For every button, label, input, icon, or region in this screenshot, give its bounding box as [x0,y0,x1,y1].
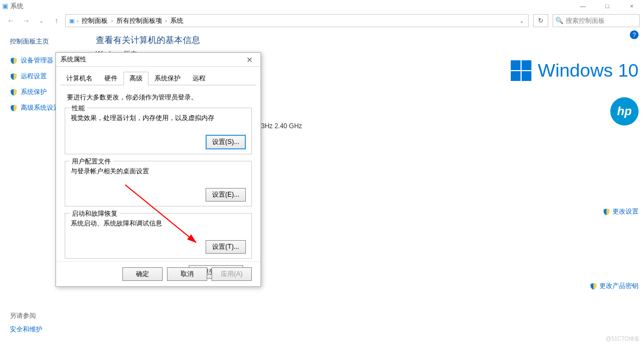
breadcrumb-item[interactable]: 所有控制面板项 [114,16,164,26]
minimize-button[interactable]: — [571,0,595,12]
sidebar-item-label: 远程设置 [21,72,47,81]
forward-button[interactable]: → [20,14,33,27]
dialog-bottom-row: 确定 取消 应用(A) [56,261,261,286]
bottom-left-links: 另请参阅 安全和维护 [10,311,42,334]
instruction-text: 要进行大多数更改，你必须作为管理员登录。 [67,93,252,102]
shield-icon [10,104,17,112]
chevron-right-icon: › [111,18,113,24]
right-panel: Windows 10 hp 更改设置 更改产品密钥 [511,60,639,291]
nav-bar: ← → ⌄ ↑ ▣ › 控制面板 › 所有控制面板项 › 系统 ⌄ ↻ 🔍 搜索… [0,12,644,29]
windows10-text: Windows 10 [538,60,639,81]
dialog-title: 系统属性 [60,55,86,64]
profiles-settings-button[interactable]: 设置(E)... [206,188,246,202]
shield-icon [10,89,17,96]
chevron-right-icon: › [77,18,78,24]
watermark: @51CTO博客 [606,335,640,343]
dialog-title-bar: 系统属性 ✕ [56,53,261,67]
sidebar-item-label: 系统保护 [21,87,47,97]
shield-icon [10,57,17,65]
search-icon: 🔍 [555,17,564,24]
change-product-key-link[interactable]: 更改产品密钥 [511,281,639,291]
change-settings-link[interactable]: 更改设置 [511,207,639,216]
chevron-right-icon: › [165,18,167,24]
group-title: 用户配置文件 [70,157,113,166]
search-input[interactable]: 🔍 搜索控制面板 [553,14,640,27]
address-bar[interactable]: ▣ › 控制面板 › 所有控制面板项 › 系统 ⌄ [65,14,529,27]
address-dropdown[interactable]: ⌄ [516,18,527,24]
system-properties-dialog: 系统属性 ✕ 计算机名 硬件 高级 系统保护 远程 要进行大多数更改，你必须作为… [55,52,261,287]
ok-button[interactable]: 确定 [122,267,163,281]
group-profiles: 用户配置文件 与登录帐户相关的桌面设置 设置(E)... [65,161,252,206]
close-button[interactable]: × [620,0,644,12]
tab-remote[interactable]: 远程 [187,72,212,85]
title-bar: ▣ 系统 [0,0,644,12]
performance-settings-button[interactable]: 设置(S)... [206,135,246,149]
sidebar-item-label: 设备管理器 [21,56,53,65]
cpu-info-peek: 3Hz 2.40 GHz [261,122,302,130]
tab-advanced[interactable]: 高级 [123,72,148,85]
dialog-close-button[interactable]: ✕ [243,55,256,64]
tab-computer-name[interactable]: 计算机名 [60,72,98,85]
apply-button[interactable]: 应用(A) [212,267,252,281]
windows10-logo: Windows 10 [511,60,639,81]
dialog-body: 要进行大多数更改，你必须作为管理员登录。 性能 视觉效果，处理器计划，内存使用，… [56,85,261,284]
refresh-button[interactable]: ↻ [533,14,548,27]
link-label: 更改设置 [612,207,639,216]
group-desc: 系统启动、系统故障和调试信息 [71,219,246,228]
group-startup: 启动和故障恢复 系统启动、系统故障和调试信息 设置(T)... [65,213,252,259]
tab-hardware[interactable]: 硬件 [98,72,123,85]
security-maintenance-link[interactable]: 安全和维护 [10,325,42,334]
search-placeholder: 搜索控制面板 [566,16,605,26]
cancel-button[interactable]: 取消 [167,267,207,281]
shield-icon [10,73,17,80]
tab-row: 计算机名 硬件 高级 系统保护 远程 [60,71,256,85]
breadcrumb: › 控制面板 › 所有控制面板项 › 系统 [77,16,185,26]
breadcrumb-item[interactable]: 控制面板 [79,16,110,26]
sidebar-item-label: 高级系统设置 [21,103,60,112]
group-desc: 视觉效果，处理器计划，内存使用，以及虚拟内存 [71,114,246,123]
breadcrumb-item[interactable]: 系统 [168,16,185,26]
tab-system-protection[interactable]: 系统保护 [148,72,187,85]
window-controls: — □ × [571,0,644,12]
group-title: 性能 [70,104,87,113]
group-performance: 性能 视觉效果，处理器计划，内存使用，以及虚拟内存 设置(S)... [65,108,252,154]
see-also-label: 另请参阅 [10,311,42,321]
dropdown-history[interactable]: ⌄ [35,14,48,27]
sidebar-home[interactable]: 控制面板主页 [10,37,92,46]
link-label: 更改产品密钥 [599,281,639,291]
startup-settings-button[interactable]: 设置(T)... [206,240,246,254]
up-button[interactable]: ↑ [50,14,63,27]
address-icon: ▣ [67,17,77,24]
windows-icon [511,60,531,81]
page-title: 查看有关计算机的基本信息 [96,35,633,46]
window-title: 系统 [10,2,23,11]
group-title: 启动和故障恢复 [70,209,120,218]
shield-icon [590,283,597,290]
maximize-button[interactable]: □ [595,0,620,12]
shield-icon [603,208,610,216]
group-desc: 与登录帐户相关的桌面设置 [71,167,246,176]
hp-logo: hp [610,97,639,126]
back-button[interactable]: ← [4,14,17,27]
app-icon: ▣ [2,2,8,10]
